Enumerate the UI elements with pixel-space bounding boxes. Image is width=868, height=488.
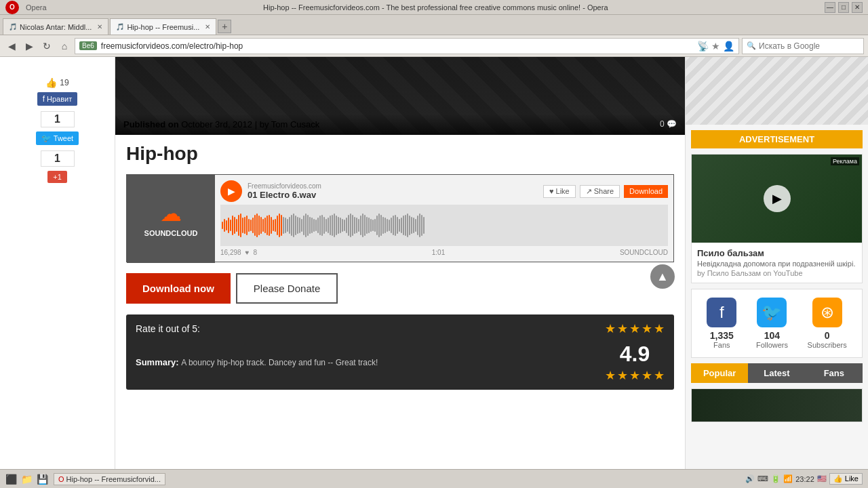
star-4[interactable]: ★ bbox=[642, 321, 652, 336]
search-input[interactable] bbox=[759, 41, 861, 51]
rating-header: Rate it out of 5: ★ ★ ★ ★ ★ bbox=[136, 321, 665, 336]
new-tab-button[interactable]: + bbox=[218, 20, 231, 33]
star-5[interactable]: ★ bbox=[654, 321, 665, 336]
tweet-label: Tweet bbox=[54, 134, 73, 142]
soundcloud-wave-bars: // Generate waveform bars inline const h… bbox=[220, 205, 668, 246]
facebook-icon: f bbox=[43, 94, 45, 104]
sidebar-video-card: ▶ Реклама Псило бальзам Невідкладна допо… bbox=[691, 154, 863, 283]
please-donate-button[interactable]: Please Donate bbox=[236, 273, 338, 304]
soundcloud-track-name: 01 Electro 6.wav bbox=[248, 190, 538, 200]
tab-nicolas-close[interactable]: ✕ bbox=[97, 23, 102, 30]
video-source: by Псило Бальзам on YouTube bbox=[697, 269, 856, 277]
rating-stars-top[interactable]: ★ ★ ★ ★ ★ bbox=[605, 321, 665, 336]
soundcloud-share-button[interactable]: ↗ Share bbox=[580, 185, 620, 198]
rss-icon: 📡 bbox=[697, 41, 709, 52]
forward-button[interactable]: ▶ bbox=[22, 39, 37, 54]
like-widget: 👍 19 f Нравит bbox=[0, 77, 115, 106]
search-icon: 🔍 bbox=[747, 41, 756, 50]
rating-section: Rate it out of 5: ★ ★ ★ ★ ★ Summary: A b… bbox=[126, 314, 674, 390]
star-3[interactable]: ★ bbox=[629, 321, 640, 336]
close-button[interactable]: ✕ bbox=[852, 2, 863, 13]
hero-image: Published on October 3rd, 2012 | by Tom … bbox=[115, 57, 685, 135]
right-sidebar: ADVERTISEMENT ▶ Реклама Псило бальзам Не… bbox=[685, 57, 868, 469]
score-star-3: ★ bbox=[629, 368, 640, 383]
soundcloud-waveform[interactable]: // Generate waveform bars inline const h… bbox=[220, 205, 668, 246]
rating-body: Summary: A bouncy hip-hop track. Dancey … bbox=[136, 342, 665, 383]
taskbar-label: Hip-hop -- Freemusicforvid... bbox=[66, 475, 161, 483]
rating-stars-bottom: ★ ★ ★ ★ ★ bbox=[605, 368, 665, 383]
soundcloud-embed: ☁ SOUNDCLOUD ▶ Freemusicforvideos.com 01… bbox=[126, 174, 674, 262]
taskbar-hiphop[interactable]: O Hip-hop -- Freemusicforvid... bbox=[54, 473, 165, 485]
video-play-button[interactable]: ▶ bbox=[764, 185, 791, 212]
tab-nicolas[interactable]: 🎵 Nicolas Antar: Middl... ✕ bbox=[3, 18, 108, 35]
tab-latest[interactable]: Latest bbox=[748, 363, 805, 383]
soundcloud-play-stats: 16,298 ♥ 8 bbox=[220, 249, 257, 256]
tab-hiphop-favicon: 🎵 bbox=[116, 23, 124, 30]
fans-label: Fans bbox=[707, 341, 736, 349]
star-2[interactable]: ★ bbox=[617, 321, 628, 336]
gplus-button[interactable]: +1 bbox=[47, 171, 67, 183]
followers-label: Followers bbox=[756, 341, 788, 349]
reload-button[interactable]: ↻ bbox=[39, 39, 54, 54]
back-button[interactable]: ◀ bbox=[4, 39, 19, 54]
like-status-button[interactable]: 👍 Like bbox=[829, 473, 863, 485]
minimize-button[interactable]: — bbox=[825, 2, 835, 13]
status-icon-3: 💾 bbox=[37, 474, 48, 485]
tab-bar: 🎵 Nicolas Antar: Middl... ✕ 🎵 Hip-hop --… bbox=[0, 15, 868, 35]
soundcloud-site-name: Freemusicforvideos.com bbox=[248, 182, 538, 190]
twitter-stat: 🐦 104 Followers bbox=[756, 298, 788, 349]
tab-nicolas-label: Nicolas Antar: Middl... bbox=[20, 23, 92, 31]
social-sidebar: 👍 19 f Нравит 1 🐦 Tweet 1 +1 bbox=[0, 57, 115, 469]
video-ad-badge: Реклама bbox=[831, 157, 859, 165]
comment-count: 0 💬 bbox=[660, 119, 677, 129]
home-button[interactable]: ⌂ bbox=[57, 39, 72, 54]
hero-overlay: Published on October 3rd, 2012 | by Tom … bbox=[115, 114, 685, 135]
status-right: 🔊 ⌨ 🔋 📶 23:22 🇺🇸 👍 Like bbox=[745, 473, 863, 485]
published-date: October 3rd, 2012 bbox=[181, 119, 252, 129]
back-to-top-button[interactable]: ▲ bbox=[650, 264, 675, 289]
published-label: Published on bbox=[123, 119, 179, 129]
facebook-stat: f 1,335 Fans bbox=[707, 298, 736, 349]
tab-hiphop-close[interactable]: ✕ bbox=[205, 23, 210, 30]
twitter-stat-icon: 🐦 bbox=[757, 298, 787, 327]
facebook-like-button[interactable]: f Нравит bbox=[37, 92, 78, 106]
star-1[interactable]: ★ bbox=[605, 321, 616, 336]
keyboard-icon: ⌨ bbox=[757, 474, 768, 483]
tweet-button[interactable]: 🐦 Tweet bbox=[36, 131, 79, 145]
soundcloud-play-button[interactable]: ▶ bbox=[220, 180, 242, 202]
soundcloud-top-bar: ▶ Freemusicforvideos.com 01 Electro 6.wa… bbox=[220, 180, 668, 202]
window-controls[interactable]: — □ ✕ bbox=[825, 2, 863, 13]
subscribers-label: Subscribers bbox=[808, 341, 847, 349]
gplus-count: 1 bbox=[41, 150, 75, 167]
search-box[interactable]: 🔍 bbox=[742, 38, 864, 54]
rating-score: 4.9 bbox=[605, 342, 665, 367]
video-thumbnail[interactable]: ▶ Реклама bbox=[692, 155, 862, 243]
status-left: ⬛ 📁 💾 O Hip-hop -- Freemusicforvid... bbox=[5, 473, 165, 485]
tab-fans[interactable]: Fans bbox=[806, 363, 863, 383]
address-bar[interactable]: Ве6 freemusicforvideos.com/electro/hip-h… bbox=[75, 38, 739, 54]
soundcloud-icon: ☁ bbox=[160, 201, 182, 226]
soundcloud-thumbnail: ☁ SOUNDCLOUD bbox=[127, 175, 215, 263]
tab-hiphop[interactable]: 🎵 Hip-hop -- Freemusi... ✕ bbox=[110, 18, 216, 35]
score-star-2: ★ bbox=[617, 368, 628, 383]
action-buttons: Download now Please Donate bbox=[126, 273, 674, 304]
content-tabs: Popular Latest Fans bbox=[691, 363, 863, 383]
flag-icon: 🇺🇸 bbox=[817, 474, 827, 483]
soundcloud-duration: 1:01 bbox=[432, 249, 445, 256]
rating-label: Rate it out of 5: bbox=[136, 323, 200, 334]
speaker-icon: 🔊 bbox=[745, 474, 755, 483]
followers-count: 104 bbox=[756, 330, 788, 341]
bookmark-icon[interactable]: ★ bbox=[711, 41, 720, 52]
window-chrome: O Opera Hip-hop -- Freemusicforvideos.co… bbox=[0, 0, 868, 15]
soundcloud-like-button[interactable]: ♥ Like bbox=[543, 185, 576, 198]
page-content: Hip-hop ☁ SOUNDCLOUD ▶ Freemusicforvideo… bbox=[115, 135, 685, 398]
subscribers-count: 0 bbox=[808, 330, 847, 341]
maximize-button[interactable]: □ bbox=[838, 2, 849, 13]
opera-logo: O bbox=[5, 1, 19, 14]
power-icon: 🔋 bbox=[771, 474, 781, 483]
tab-popular[interactable]: Popular bbox=[691, 363, 748, 383]
download-now-button[interactable]: Download now bbox=[126, 273, 231, 304]
network-icon: 📶 bbox=[783, 474, 793, 483]
soundcloud-download-button[interactable]: Download bbox=[624, 185, 668, 198]
sys-tray: 🔊 ⌨ 🔋 📶 23:22 🇺🇸 👍 Like bbox=[745, 473, 863, 485]
